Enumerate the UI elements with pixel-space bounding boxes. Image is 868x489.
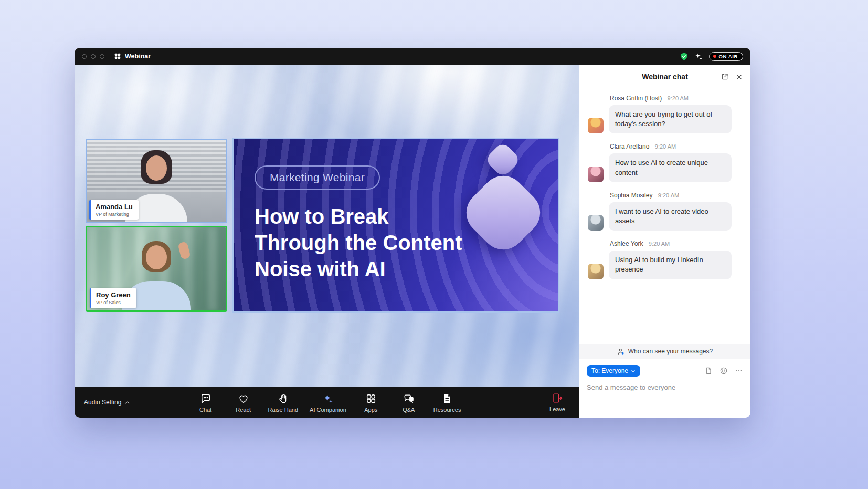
pop-out-icon[interactable]	[721, 72, 729, 81]
message-bubble: I want to use AI to create video assets	[609, 202, 732, 231]
webinar-window: Webinar ON AIR	[75, 48, 750, 418]
message-author: Ashlee York	[610, 240, 643, 247]
qa-button[interactable]: Q&A	[394, 391, 424, 414]
video-area: Amanda Lu VP of Marketing Roy Green VP	[75, 65, 579, 387]
avatar	[588, 215, 604, 231]
more-options-icon[interactable]	[735, 367, 743, 375]
message-time: 9:20 AM	[668, 95, 689, 101]
shared-presentation-slide: Marketing Webinar How to Break Through t…	[232, 138, 559, 313]
shield-check-icon[interactable]	[680, 52, 689, 61]
on-air-dot	[713, 55, 716, 58]
message-bubble: How to use AI to create unique content	[609, 153, 732, 182]
chat-message: Ashlee York 9:20 AM Using AI to build my…	[588, 238, 742, 279]
person-status-icon	[617, 348, 625, 356]
apps-grid-icon	[365, 393, 377, 404]
on-air-badge: ON AIR	[709, 52, 744, 61]
participant-tile-amanda[interactable]: Amanda Lu VP of Marketing	[86, 139, 227, 223]
participant-role: VP of Marketing	[96, 212, 133, 217]
chevron-down-icon	[631, 369, 636, 373]
raise-hand-button[interactable]: Raise Hand	[266, 391, 300, 414]
chat-message: Sophia Mosiley 9:20 AM I want to use AI …	[588, 190, 742, 231]
ai-sparkle-icon	[322, 393, 334, 404]
participant-role: VP of Sales	[96, 300, 131, 305]
chat-message: Clara Arellano 9:20 AM How to use AI to …	[588, 141, 742, 182]
audio-setting-button[interactable]: Audio Setting	[84, 399, 130, 406]
message-author: Rosa Griffin (Host)	[610, 95, 662, 102]
chat-composer: To: Everyone	[579, 359, 750, 418]
recipient-selector[interactable]: To: Everyone	[587, 365, 640, 377]
app-label: Webinar	[114, 53, 151, 60]
people-grid-icon	[114, 53, 121, 60]
message-bubble: What are you trying to get out of today'…	[609, 105, 732, 133]
message-author: Sophia Mosiley	[610, 192, 652, 199]
close-icon[interactable]	[735, 73, 743, 81]
message-visibility-note: Who can see your messages?	[579, 344, 750, 359]
slide-title: How to Break Through the Content Noise w…	[255, 203, 462, 282]
participant-name: Roy Green	[96, 291, 131, 299]
avatar	[588, 264, 604, 279]
leave-button[interactable]: Leave	[549, 392, 565, 412]
file-attach-icon[interactable]	[704, 367, 713, 375]
chat-message: Rosa Griffin (Host) 9:20 AM What are you…	[588, 93, 742, 133]
app-title: Webinar	[125, 53, 151, 60]
ai-sparkle-icon[interactable]	[694, 52, 703, 61]
slide-badge: Marketing Webinar	[255, 165, 380, 190]
message-time: 9:20 AM	[655, 143, 676, 150]
titlebar: Webinar ON AIR	[75, 48, 750, 65]
chevron-up-icon	[124, 400, 130, 405]
document-icon	[441, 393, 453, 404]
window-minimize-button[interactable]	[91, 54, 96, 59]
apps-button[interactable]: Apps	[356, 391, 386, 414]
participant-tile-roy[interactable]: Roy Green VP of Sales	[86, 226, 227, 312]
window-close-button[interactable]	[82, 54, 87, 59]
nametag: Roy Green VP of Sales	[90, 288, 136, 308]
chat-bubble-icon	[200, 393, 211, 404]
participant-name: Amanda Lu	[96, 203, 133, 211]
audio-setting-label: Audio Setting	[84, 399, 121, 406]
avatar	[588, 167, 604, 182]
nametag: Amanda Lu VP of Marketing	[89, 200, 139, 220]
message-bubble: Using AI to build my LinkedIn presence	[609, 251, 732, 279]
chat-button[interactable]: Chat	[190, 391, 221, 414]
window-controls	[82, 54, 104, 59]
qa-bubbles-icon	[403, 393, 415, 404]
chat-header: Webinar chat	[579, 65, 750, 89]
window-maximize-button[interactable]	[100, 54, 104, 59]
leave-door-icon	[552, 392, 563, 404]
heart-icon	[238, 393, 249, 404]
react-button[interactable]: React	[228, 391, 259, 414]
avatar	[588, 118, 604, 133]
webinar-stage: Amanda Lu VP of Marketing Roy Green VP	[75, 65, 579, 418]
on-air-label: ON AIR	[719, 54, 738, 59]
chat-message-list[interactable]: Rosa Griffin (Host) 9:20 AM What are you…	[579, 89, 750, 344]
message-author: Clara Arellano	[610, 143, 649, 150]
chat-message-input[interactable]	[587, 383, 743, 391]
meeting-toolbar: Audio Setting Chat	[75, 387, 579, 418]
emoji-icon[interactable]	[719, 367, 728, 375]
ai-companion-button[interactable]: AI Companion	[308, 391, 348, 414]
chat-title: Webinar chat	[642, 72, 688, 81]
message-time: 9:20 AM	[658, 192, 679, 199]
raised-hand-icon	[277, 393, 289, 404]
message-time: 9:20 AM	[649, 241, 670, 247]
resources-button[interactable]: Resources	[431, 391, 463, 414]
webinar-chat-panel: Webinar chat	[579, 65, 750, 418]
